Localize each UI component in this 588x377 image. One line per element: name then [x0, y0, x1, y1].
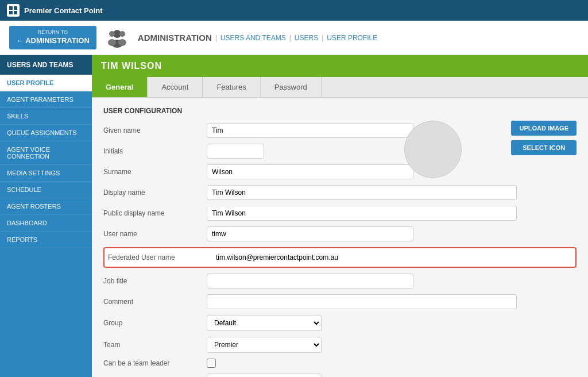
sidebar-item-queue-assignments[interactable]: QUEUE ASSIGNMENTS: [0, 125, 92, 141]
sidebar: USERS AND TEAMS USER PROFILE AGENT PARAM…: [0, 55, 92, 377]
sidebar-item-user-profile[interactable]: USER PROFILE: [0, 75, 92, 91]
breadcrumb-section: ADMINISTRATION: [138, 33, 212, 43]
sidebar-item-media-settings[interactable]: MEDIA SETTINGS: [0, 165, 92, 182]
federated-user-name-input[interactable]: [211, 251, 498, 264]
given-name-label: Given name: [103, 126, 207, 134]
form-row-public-display-name: Public display name: [103, 206, 577, 221]
breadcrumb-users[interactable]: USERS: [295, 34, 318, 42]
tab-account[interactable]: Account: [148, 77, 203, 97]
team-leader-label: Can be a team leader: [103, 359, 207, 367]
sidebar-item-reports[interactable]: REPORTS: [0, 232, 92, 248]
breadcrumb-user-profile[interactable]: USER PROFILE: [327, 34, 377, 42]
layout: USERS AND TEAMS USER PROFILE AGENT PARAM…: [0, 55, 588, 377]
display-name-input[interactable]: [207, 185, 517, 200]
form-row-group: Group Default: [103, 315, 577, 331]
form-row-federated-user-name: Federated User name: [103, 247, 577, 268]
team-leader-checkbox[interactable]: [207, 359, 216, 368]
svg-rect-3: [14, 11, 17, 14]
given-name-input[interactable]: [207, 123, 413, 138]
surname-label: Surname: [103, 168, 207, 176]
button-area: UPLOAD IMAGE SELECT ICON: [511, 121, 577, 155]
svg-rect-1: [14, 6, 17, 10]
sidebar-item-agent-rosters[interactable]: AGENT ROSTERS: [0, 198, 92, 215]
svg-point-9: [118, 39, 126, 46]
svg-point-8: [108, 39, 116, 46]
surname-input[interactable]: [207, 164, 413, 179]
sidebar-section-header: USERS AND TEAMS: [0, 55, 92, 75]
breadcrumb: ADMINISTRATION | USERS AND TEAMS | USERS…: [138, 33, 377, 43]
user-name-label: User name: [103, 230, 207, 238]
job-title-label: Job title: [103, 277, 207, 285]
form-row-team: Team Premier: [103, 337, 577, 353]
tab-password[interactable]: Password: [261, 77, 322, 97]
main-panel: TIM WILSON General Account Features Pass…: [92, 55, 588, 377]
comment-input[interactable]: [207, 294, 517, 309]
content-area: USER CONFIGURATION Given name Initials S…: [92, 98, 588, 377]
public-display-name-input[interactable]: [207, 206, 517, 221]
admin-label: ← ADMINISTRATION: [16, 36, 90, 46]
page-title-bar: TIM WILSON: [92, 55, 588, 77]
form-row-initials: Initials: [103, 144, 577, 159]
group-select[interactable]: Default: [207, 315, 322, 331]
team-select[interactable]: Premier: [207, 337, 322, 353]
user-name-input[interactable]: [207, 226, 413, 241]
sidebar-item-schedule[interactable]: SCHEDULE: [0, 182, 92, 198]
form-row-user-name: User name: [103, 226, 577, 241]
form-row-job-title: Job title: [103, 274, 577, 288]
initials-input[interactable]: [207, 144, 264, 159]
tab-general[interactable]: General: [92, 77, 148, 97]
breadcrumb-users-teams[interactable]: USERS AND TEAMS: [220, 34, 286, 42]
app-logo: [7, 4, 20, 17]
app-title: Premier Contact Point: [24, 6, 103, 15]
admin-icon: [106, 26, 129, 49]
display-name-label: Display name: [103, 188, 207, 197]
sidebar-item-dashboard[interactable]: DASHBOARD: [0, 215, 92, 232]
group-label: Group: [103, 319, 207, 327]
back-to-admin-button[interactable]: RETURN TO ← ADMINISTRATION: [9, 26, 96, 49]
form-row-comment: Comment: [103, 294, 577, 309]
upload-image-button[interactable]: UPLOAD IMAGE: [511, 121, 577, 136]
avatar: [404, 121, 462, 178]
form-row-given-name: Given name: [103, 123, 577, 138]
public-display-name-label: Public display name: [103, 209, 207, 217]
federated-user-name-label: Federated User name: [108, 253, 211, 261]
return-to-label: RETURN TO: [38, 29, 68, 36]
admin-header: RETURN TO ← ADMINISTRATION ADMINISTRATIO…: [0, 21, 588, 55]
sidebar-item-agent-voice-connection[interactable]: AGENT VOICE CONNECTION: [0, 141, 92, 165]
language-select[interactable]: Australian English English: [207, 374, 322, 377]
team-label: Team: [103, 341, 207, 349]
svg-point-5: [109, 31, 115, 37]
form-row-language: Language Australian English English: [103, 374, 577, 377]
tab-features[interactable]: Features: [203, 77, 260, 97]
initials-label: Initials: [103, 147, 207, 155]
section-title: USER CONFIGURATION: [103, 107, 577, 115]
form-row-display-name: Display name: [103, 185, 577, 200]
comment-label: Comment: [103, 298, 207, 306]
svg-rect-0: [9, 6, 13, 10]
svg-rect-2: [9, 11, 13, 14]
form-row-team-leader: Can be a team leader: [103, 359, 577, 368]
sidebar-item-skills[interactable]: SKILLS: [0, 108, 92, 125]
sidebar-item-agent-parameters[interactable]: AGENT PARAMETERS: [0, 91, 92, 108]
job-title-input[interactable]: [207, 274, 413, 288]
form-row-surname: Surname: [103, 164, 577, 179]
tab-bar: General Account Features Password: [92, 77, 588, 98]
top-bar: Premier Contact Point: [0, 0, 588, 21]
select-icon-button[interactable]: SELECT ICON: [511, 140, 577, 155]
svg-point-6: [119, 31, 125, 37]
